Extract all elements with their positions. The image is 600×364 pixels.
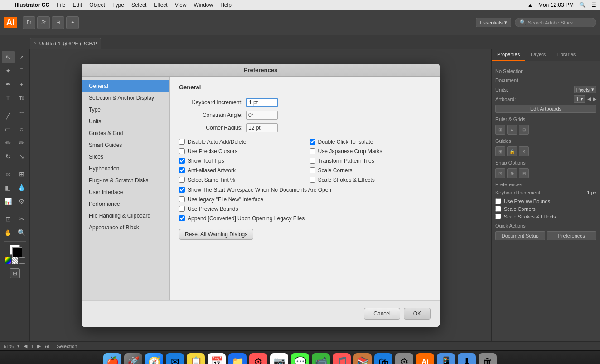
tab-libraries[interactable]: Libraries bbox=[551, 49, 581, 61]
direct-selection-tool[interactable]: ↗ bbox=[15, 51, 28, 63]
checkbox-append-converted[interactable]: Append [Converted] Upon Opening Legacy F… bbox=[179, 215, 431, 222]
corner-radius-input[interactable] bbox=[246, 123, 278, 132]
edit-artboards-btn[interactable]: Edit Artboards bbox=[495, 105, 596, 113]
hand-tool[interactable]: ✋ bbox=[2, 226, 15, 239]
grid2-icon[interactable]: ⊟ bbox=[519, 125, 529, 135]
pref-scale-corners-checkbox[interactable] bbox=[495, 206, 501, 212]
ok-button[interactable]: OK bbox=[404, 308, 431, 320]
mesh-tool[interactable]: ⊞ bbox=[15, 168, 28, 180]
pref-hyphenation[interactable]: Hyphenation bbox=[82, 163, 169, 175]
dock-books[interactable]: 📚 bbox=[353, 353, 372, 364]
tab-layers[interactable]: Layers bbox=[525, 49, 551, 61]
app-name[interactable]: Illustrator CC bbox=[15, 2, 49, 8]
grid-icon[interactable]: # bbox=[507, 125, 517, 135]
checkbox-append-converted-input[interactable] bbox=[179, 215, 185, 221]
checkbox-preview-bounds[interactable]: Use Preview Bounds bbox=[179, 206, 431, 212]
checkbox-double-click[interactable]: Double Click To Isolate bbox=[310, 139, 431, 145]
snap-grid-icon[interactable]: ⊡ bbox=[495, 168, 505, 178]
menu-file[interactable]: File bbox=[57, 2, 65, 8]
checkbox-transform-pattern-input[interactable] bbox=[310, 158, 315, 164]
document-tab[interactable]: × Untitled-1 @ 61% (RGB/P bbox=[30, 38, 101, 49]
pref-type[interactable]: Type bbox=[82, 104, 169, 116]
pref-selection[interactable]: Selection & Anchor Display bbox=[82, 92, 169, 104]
tab-properties[interactable]: Properties bbox=[492, 49, 525, 61]
checkbox-scale-strokes[interactable]: Scale Strokes & Effects bbox=[310, 177, 431, 183]
guide-clear-icon[interactable]: ✕ bbox=[519, 146, 529, 156]
dock-messages[interactable]: 💬 bbox=[291, 353, 309, 364]
menu-help[interactable]: Help bbox=[220, 2, 232, 8]
color-mode[interactable] bbox=[5, 257, 11, 264]
zoom-level[interactable]: 61% bbox=[4, 344, 14, 349]
blend-tool[interactable]: ∞ bbox=[2, 168, 15, 180]
document-setup-btn[interactable]: Document Setup bbox=[495, 231, 545, 240]
menu-type[interactable]: Type bbox=[112, 2, 124, 8]
menu-view[interactable]: View bbox=[175, 2, 187, 8]
lasso-tool[interactable]: ⌒ bbox=[15, 64, 28, 77]
ellipse-tool[interactable]: ○ bbox=[15, 123, 28, 136]
menu-object[interactable]: Object bbox=[89, 2, 105, 8]
cancel-button[interactable]: Cancel bbox=[364, 308, 400, 320]
magic-wand-tool[interactable]: ✦ bbox=[2, 64, 15, 77]
stroke-swatch[interactable] bbox=[12, 247, 22, 257]
constrain-angle-input[interactable] bbox=[246, 111, 278, 120]
menu-edit[interactable]: Edit bbox=[73, 2, 82, 8]
menu-window[interactable]: Window bbox=[194, 2, 213, 8]
zoom-chevron[interactable]: ▾ bbox=[17, 343, 20, 349]
gradient-tool[interactable]: ◧ bbox=[2, 181, 15, 194]
snap-point-icon[interactable]: ⊕ bbox=[507, 168, 517, 178]
fill-swatch[interactable] bbox=[10, 245, 20, 255]
checkbox-japanese-crop[interactable]: Use Japanese Crop Marks bbox=[310, 148, 431, 155]
dock-finder2[interactable]: 📁 bbox=[228, 353, 247, 364]
checkbox-transform-pattern[interactable]: Transform Pattern Tiles bbox=[310, 158, 431, 164]
pref-general[interactable]: General bbox=[82, 80, 169, 92]
dock-safari[interactable]: 🧭 bbox=[145, 353, 163, 364]
dock-appsfolder[interactable]: 📱 bbox=[437, 353, 455, 364]
menu-effect[interactable]: Effect bbox=[154, 2, 167, 8]
stock-btn[interactable]: St bbox=[37, 16, 50, 29]
artboard-next-icon[interactable]: ▶ bbox=[593, 96, 596, 102]
dock-finder[interactable]: 🍎 bbox=[103, 353, 121, 364]
graph-tool[interactable]: 📊 bbox=[2, 195, 15, 208]
checkbox-scale-corners[interactable]: Scale Corners bbox=[310, 167, 431, 174]
checkbox-start-workspace[interactable]: Show The Start Workspace When No Documen… bbox=[179, 187, 431, 193]
reset-warning-btn[interactable]: Reset All Warning Dialogs bbox=[179, 229, 253, 240]
preferences-btn[interactable]: Preferences bbox=[547, 231, 597, 240]
checkbox-select-same-tint-input[interactable] bbox=[179, 177, 185, 183]
checkbox-preview-bounds-input[interactable] bbox=[179, 206, 185, 212]
pref-guides[interactable]: Guides & Grid bbox=[82, 127, 169, 139]
pref-smart-guides[interactable]: Smart Guides bbox=[82, 139, 169, 151]
pencil-tool[interactable]: ✏ bbox=[15, 136, 28, 149]
eyedropper-tool[interactable]: 💧 bbox=[15, 181, 28, 194]
checkbox-double-click-input[interactable] bbox=[310, 139, 315, 145]
dock-music[interactable]: 🎵 bbox=[333, 353, 351, 364]
pref-performance[interactable]: Performance bbox=[82, 198, 169, 210]
line-tool[interactable]: ╱ bbox=[2, 109, 15, 122]
type-tool[interactable]: T bbox=[2, 92, 15, 104]
tab-close-icon[interactable]: × bbox=[34, 41, 37, 46]
symbol-tool[interactable]: ⚙ bbox=[15, 195, 28, 208]
dock-facetime[interactable]: 📹 bbox=[312, 353, 330, 364]
checkbox-show-tooltips-input[interactable] bbox=[179, 158, 185, 164]
dock-downloads[interactable]: ⬇ bbox=[458, 353, 476, 364]
dock-photos[interactable]: 📷 bbox=[270, 353, 288, 364]
bridge-btn[interactable]: Br bbox=[23, 16, 35, 29]
artboard-prev-icon[interactable]: ◀ bbox=[587, 96, 591, 102]
checkbox-scale-corners-input[interactable] bbox=[310, 167, 315, 173]
artboard-tool[interactable]: ⊡ bbox=[2, 213, 15, 225]
pref-appearance[interactable]: Appearance of Black bbox=[82, 222, 169, 233]
dock-appstore[interactable]: 🛍 bbox=[374, 353, 392, 364]
pref-scale-strokes-checkbox[interactable] bbox=[495, 214, 501, 219]
checkbox-scale-strokes-input[interactable] bbox=[310, 177, 315, 183]
checkbox-disable-auto-input[interactable] bbox=[179, 139, 185, 145]
dock-trash[interactable]: 🗑 bbox=[479, 353, 497, 364]
dock-reminders[interactable]: ⚙ bbox=[249, 353, 267, 364]
pref-plugins[interactable]: Plug-ins & Scratch Disks bbox=[82, 175, 169, 186]
units-select[interactable]: Pixels ▾ bbox=[574, 86, 596, 93]
transform-btn[interactable]: ✦ bbox=[66, 16, 79, 29]
pref-use-preview-checkbox[interactable] bbox=[495, 198, 501, 204]
snap-pixel-icon[interactable]: ⊞ bbox=[519, 168, 529, 178]
rect-tool[interactable]: ▭ bbox=[2, 123, 15, 136]
checkbox-anti-aliased-input[interactable] bbox=[179, 167, 185, 173]
scale-tool[interactable]: ⤡ bbox=[15, 150, 28, 163]
dock-launchpad[interactable]: 🚀 bbox=[124, 353, 142, 364]
